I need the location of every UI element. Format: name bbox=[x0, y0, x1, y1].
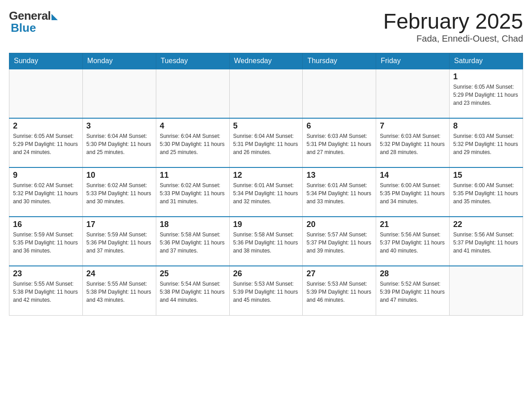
day-info: Sunrise: 6:03 AM Sunset: 5:32 PM Dayligh… bbox=[453, 132, 519, 156]
day-number: 13 bbox=[306, 171, 372, 180]
calendar-cell: 6Sunrise: 6:03 AM Sunset: 5:31 PM Daylig… bbox=[303, 118, 376, 167]
day-number: 27 bbox=[306, 269, 372, 278]
day-number: 23 bbox=[13, 269, 79, 278]
location: Fada, Ennedi-Ouest, Chad bbox=[383, 34, 523, 44]
day-info: Sunrise: 5:59 AM Sunset: 5:35 PM Dayligh… bbox=[13, 231, 79, 255]
day-number: 28 bbox=[380, 269, 446, 278]
day-number: 15 bbox=[453, 171, 519, 180]
logo-arrow-icon bbox=[51, 14, 58, 20]
weekday-header-row: SundayMondayTuesdayWednesdayThursdayFrid… bbox=[9, 53, 523, 69]
calendar-cell: 14Sunrise: 6:00 AM Sunset: 5:35 PM Dayli… bbox=[376, 167, 450, 217]
calendar-cell: 19Sunrise: 5:58 AM Sunset: 5:36 PM Dayli… bbox=[229, 217, 303, 266]
day-info: Sunrise: 6:04 AM Sunset: 5:30 PM Dayligh… bbox=[86, 132, 152, 156]
calendar-cell: 20Sunrise: 5:57 AM Sunset: 5:37 PM Dayli… bbox=[303, 217, 376, 266]
day-info: Sunrise: 6:04 AM Sunset: 5:31 PM Dayligh… bbox=[233, 132, 299, 156]
calendar-cell bbox=[303, 69, 376, 118]
calendar-cell bbox=[9, 69, 83, 118]
calendar-cell: 16Sunrise: 5:59 AM Sunset: 5:35 PM Dayli… bbox=[9, 217, 83, 266]
calendar-cell: 4Sunrise: 6:04 AM Sunset: 5:30 PM Daylig… bbox=[156, 118, 229, 167]
calendar-cell: 28Sunrise: 5:52 AM Sunset: 5:39 PM Dayli… bbox=[376, 266, 450, 315]
calendar-cell: 24Sunrise: 5:55 AM Sunset: 5:38 PM Dayli… bbox=[82, 266, 156, 315]
day-number: 1 bbox=[453, 72, 519, 81]
calendar-cell: 11Sunrise: 6:02 AM Sunset: 5:33 PM Dayli… bbox=[156, 167, 229, 217]
day-info: Sunrise: 5:57 AM Sunset: 5:37 PM Dayligh… bbox=[306, 231, 372, 255]
calendar-cell: 17Sunrise: 5:59 AM Sunset: 5:36 PM Dayli… bbox=[82, 217, 156, 266]
day-number: 12 bbox=[233, 171, 299, 180]
weekday-header-friday: Friday bbox=[376, 53, 450, 69]
calendar-cell: 1Sunrise: 6:05 AM Sunset: 5:29 PM Daylig… bbox=[450, 69, 523, 118]
calendar-cell bbox=[229, 69, 303, 118]
day-info: Sunrise: 6:02 AM Sunset: 5:33 PM Dayligh… bbox=[86, 181, 152, 206]
day-number: 8 bbox=[453, 121, 519, 131]
day-number: 9 bbox=[13, 171, 79, 180]
calendar-cell bbox=[376, 69, 450, 118]
day-info: Sunrise: 6:00 AM Sunset: 5:35 PM Dayligh… bbox=[453, 181, 519, 206]
day-info: Sunrise: 5:53 AM Sunset: 5:39 PM Dayligh… bbox=[306, 280, 372, 304]
calendar-cell: 25Sunrise: 5:54 AM Sunset: 5:38 PM Dayli… bbox=[156, 266, 229, 315]
page-header: General Blue February 2025 Fada, Ennedi-… bbox=[9, 9, 523, 44]
weekday-header-thursday: Thursday bbox=[303, 53, 376, 69]
week-row-2: 2Sunrise: 6:05 AM Sunset: 5:29 PM Daylig… bbox=[9, 118, 523, 167]
calendar-cell: 9Sunrise: 6:02 AM Sunset: 5:32 PM Daylig… bbox=[9, 167, 83, 217]
week-row-1: 1Sunrise: 6:05 AM Sunset: 5:29 PM Daylig… bbox=[9, 69, 523, 118]
day-info: Sunrise: 5:58 AM Sunset: 5:36 PM Dayligh… bbox=[233, 231, 299, 255]
day-number: 20 bbox=[306, 220, 372, 229]
day-info: Sunrise: 5:55 AM Sunset: 5:38 PM Dayligh… bbox=[13, 280, 79, 304]
calendar-table: SundayMondayTuesdayWednesdayThursdayFrid… bbox=[9, 53, 523, 316]
logo-blue-text: Blue bbox=[9, 21, 58, 35]
day-number: 10 bbox=[86, 171, 152, 180]
calendar-cell: 3Sunrise: 6:04 AM Sunset: 5:30 PM Daylig… bbox=[82, 118, 156, 167]
day-number: 6 bbox=[306, 121, 372, 131]
day-info: Sunrise: 5:56 AM Sunset: 5:37 PM Dayligh… bbox=[453, 231, 519, 255]
day-number: 25 bbox=[160, 269, 226, 278]
day-number: 19 bbox=[233, 220, 299, 229]
day-number: 26 bbox=[233, 269, 299, 278]
day-info: Sunrise: 6:01 AM Sunset: 5:34 PM Dayligh… bbox=[306, 181, 372, 206]
day-number: 18 bbox=[160, 220, 226, 229]
day-number: 5 bbox=[233, 121, 299, 131]
weekday-header-tuesday: Tuesday bbox=[156, 53, 229, 69]
day-number: 11 bbox=[160, 171, 226, 180]
calendar-cell: 27Sunrise: 5:53 AM Sunset: 5:39 PM Dayli… bbox=[303, 266, 376, 315]
day-number: 4 bbox=[160, 121, 226, 131]
calendar-cell: 23Sunrise: 5:55 AM Sunset: 5:38 PM Dayli… bbox=[9, 266, 83, 315]
calendar-cell: 8Sunrise: 6:03 AM Sunset: 5:32 PM Daylig… bbox=[450, 118, 523, 167]
day-info: Sunrise: 5:59 AM Sunset: 5:36 PM Dayligh… bbox=[86, 231, 152, 255]
day-info: Sunrise: 6:02 AM Sunset: 5:33 PM Dayligh… bbox=[160, 181, 226, 206]
week-row-4: 16Sunrise: 5:59 AM Sunset: 5:35 PM Dayli… bbox=[9, 217, 523, 266]
day-info: Sunrise: 6:03 AM Sunset: 5:32 PM Dayligh… bbox=[380, 132, 446, 156]
day-info: Sunrise: 6:03 AM Sunset: 5:31 PM Dayligh… bbox=[306, 132, 372, 156]
weekday-header-sunday: Sunday bbox=[9, 53, 83, 69]
week-row-5: 23Sunrise: 5:55 AM Sunset: 5:38 PM Dayli… bbox=[9, 266, 523, 315]
calendar-cell bbox=[450, 266, 523, 315]
weekday-header-saturday: Saturday bbox=[450, 53, 523, 69]
calendar-cell: 22Sunrise: 5:56 AM Sunset: 5:37 PM Dayli… bbox=[450, 217, 523, 266]
day-info: Sunrise: 5:54 AM Sunset: 5:38 PM Dayligh… bbox=[160, 280, 226, 304]
day-number: 3 bbox=[86, 121, 152, 131]
day-info: Sunrise: 6:04 AM Sunset: 5:30 PM Dayligh… bbox=[160, 132, 226, 156]
day-number: 24 bbox=[86, 269, 152, 278]
calendar-cell: 12Sunrise: 6:01 AM Sunset: 5:34 PM Dayli… bbox=[229, 167, 303, 217]
day-info: Sunrise: 5:53 AM Sunset: 5:39 PM Dayligh… bbox=[233, 280, 299, 304]
calendar-cell: 21Sunrise: 5:56 AM Sunset: 5:37 PM Dayli… bbox=[376, 217, 450, 266]
weekday-header-wednesday: Wednesday bbox=[229, 53, 303, 69]
week-row-3: 9Sunrise: 6:02 AM Sunset: 5:32 PM Daylig… bbox=[9, 167, 523, 217]
day-number: 2 bbox=[13, 121, 79, 131]
day-number: 17 bbox=[86, 220, 152, 229]
day-info: Sunrise: 5:56 AM Sunset: 5:37 PM Dayligh… bbox=[380, 231, 446, 255]
calendar-cell: 5Sunrise: 6:04 AM Sunset: 5:31 PM Daylig… bbox=[229, 118, 303, 167]
day-info: Sunrise: 5:58 AM Sunset: 5:36 PM Dayligh… bbox=[160, 231, 226, 255]
calendar-cell: 26Sunrise: 5:53 AM Sunset: 5:39 PM Dayli… bbox=[229, 266, 303, 315]
weekday-header-monday: Monday bbox=[82, 53, 156, 69]
calendar-cell: 10Sunrise: 6:02 AM Sunset: 5:33 PM Dayli… bbox=[82, 167, 156, 217]
day-info: Sunrise: 5:52 AM Sunset: 5:39 PM Dayligh… bbox=[380, 280, 446, 304]
calendar-cell: 15Sunrise: 6:00 AM Sunset: 5:35 PM Dayli… bbox=[450, 167, 523, 217]
day-number: 14 bbox=[380, 171, 446, 180]
day-info: Sunrise: 6:05 AM Sunset: 5:29 PM Dayligh… bbox=[13, 132, 79, 156]
calendar-cell: 2Sunrise: 6:05 AM Sunset: 5:29 PM Daylig… bbox=[9, 118, 83, 167]
month-title: February 2025 bbox=[383, 9, 523, 34]
day-number: 21 bbox=[380, 220, 446, 229]
title-block: February 2025 Fada, Ennedi-Ouest, Chad bbox=[383, 9, 523, 44]
logo: General Blue bbox=[9, 9, 58, 35]
day-number: 7 bbox=[380, 121, 446, 131]
